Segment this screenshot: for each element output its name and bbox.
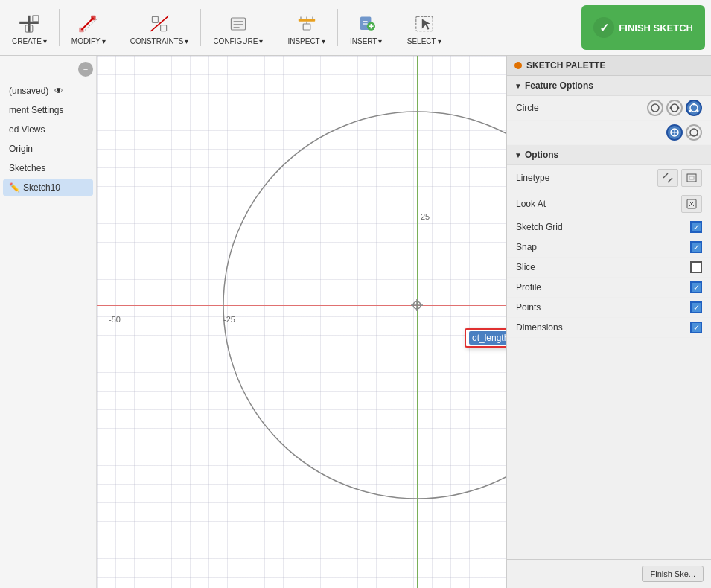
svg-rect-16 xyxy=(298,19,314,21)
sidebar-item-sketches[interactable]: Sketches xyxy=(3,160,93,176)
linetype-label: Linetype xyxy=(516,173,549,183)
panel-finish-sketch-button[interactable]: Finish Ske... xyxy=(642,566,704,582)
svg-rect-12 xyxy=(231,18,245,30)
inspect-menu[interactable]: INSPECT▾ xyxy=(281,7,331,48)
sketch-grid-checkbox[interactable] xyxy=(690,221,702,233)
feature-options-arrow: ▼ xyxy=(514,82,522,90)
divider-6 xyxy=(395,9,395,46)
svg-point-37 xyxy=(677,107,680,109)
svg-line-48 xyxy=(668,178,672,182)
canvas-area[interactable]: 25 -25 -50 fx 🔒 Specify diameter of circ… xyxy=(97,56,506,588)
select-menu[interactable]: SELECT▾ xyxy=(401,7,447,48)
circle-drawing xyxy=(97,56,506,588)
svg-point-39 xyxy=(693,103,695,106)
svg-rect-3 xyxy=(33,15,39,21)
sketch-palette-header: SKETCH PALETTE xyxy=(507,56,711,76)
axis-label-25-left: -25 xyxy=(223,315,235,324)
sidebar-item-env-settings[interactable]: ment Settings xyxy=(3,102,93,118)
insert-menu[interactable]: INSERT▾ xyxy=(344,7,389,48)
sidebar-item-named-views[interactable]: ed Views xyxy=(3,121,93,138)
sidebar-item-origin[interactable]: Origin xyxy=(3,141,93,157)
create-menu[interactable]: CREATE ▾ xyxy=(6,7,53,48)
sketch-grid-label: Sketch Grid xyxy=(516,222,563,232)
dimensions-checkbox[interactable] xyxy=(690,322,702,333)
linetype-btn-2[interactable] xyxy=(681,169,702,187)
svg-point-36 xyxy=(670,107,672,109)
panel-footer: Finish Ske... xyxy=(507,559,711,588)
circle-3pt-option[interactable] xyxy=(686,100,702,116)
slice-checkbox[interactable] xyxy=(690,261,702,273)
finish-sketch-button[interactable]: ✓ FINISH SKETCH xyxy=(581,5,705,50)
axis-label-25-top: 25 xyxy=(421,212,430,221)
divider-1 xyxy=(59,9,60,46)
modify-icon xyxy=(74,10,103,37)
main-toolbar: CREATE ▾ MODIFY▾ xyxy=(0,0,711,56)
look-at-button[interactable] xyxy=(681,195,702,213)
divider-5 xyxy=(337,9,338,46)
svg-rect-20 xyxy=(303,24,310,30)
slice-row: Slice xyxy=(507,258,711,278)
snap-label: Snap xyxy=(516,242,537,252)
sketch-grid-row: Sketch Grid xyxy=(507,217,711,237)
circle-2pt-option[interactable] xyxy=(666,100,683,116)
sidebar-item-unsaved[interactable]: (unsaved) 👁 xyxy=(3,83,93,99)
finish-check-icon: ✓ xyxy=(593,17,614,38)
profile-checkbox[interactable] xyxy=(690,281,702,293)
svg-rect-50 xyxy=(689,176,694,179)
insert-label: INSERT▾ xyxy=(350,37,383,45)
circle-inscribed-option[interactable] xyxy=(666,124,683,141)
circle-tan-option[interactable] xyxy=(686,124,702,141)
circle-label: Circle xyxy=(516,103,539,113)
look-at-label: Look At xyxy=(516,199,546,209)
snap-row: Snap xyxy=(507,237,711,258)
svg-rect-10 xyxy=(161,25,167,31)
points-checkbox[interactable] xyxy=(690,301,702,313)
linetype-row: Linetype xyxy=(507,165,711,191)
configure-icon xyxy=(223,10,253,37)
constraints-icon xyxy=(144,10,174,37)
circle-center-option[interactable] xyxy=(647,100,663,116)
profile-row: Profile xyxy=(507,278,711,298)
linetype-icons xyxy=(657,169,702,187)
vertical-axis-line xyxy=(417,56,418,588)
collapse-button[interactable]: − xyxy=(78,62,93,77)
configure-label: CONFIGURE▾ xyxy=(213,37,263,45)
divider-3 xyxy=(200,9,201,46)
diameter-input-overlay: fx 🔒 xyxy=(465,328,506,348)
points-label: Points xyxy=(516,302,541,313)
divider-4 xyxy=(275,9,275,46)
feature-options-section[interactable]: ▼ Feature Options xyxy=(507,76,711,96)
axis-label-50-left: -50 xyxy=(109,315,121,324)
configure-menu[interactable]: CONFIGURE▾ xyxy=(207,7,269,48)
diameter-input[interactable] xyxy=(469,331,506,345)
main-content: − (unsaved) 👁 ment Settings ed Views Ori… xyxy=(0,56,711,588)
svg-point-41 xyxy=(697,110,699,112)
sketch-palette: SKETCH PALETTE ▼ Feature Options Circle xyxy=(506,56,711,588)
circle-option-row-2 xyxy=(507,121,711,145)
horizontal-axis-line xyxy=(97,305,506,306)
modify-menu[interactable]: MODIFY▾ xyxy=(66,7,112,48)
svg-point-40 xyxy=(689,110,692,112)
linetype-btn-1[interactable] xyxy=(657,169,678,187)
constraints-menu[interactable]: CONSTRAINTS▾ xyxy=(124,7,195,48)
circle-option-row: Circle xyxy=(507,96,711,121)
circle-type-icons xyxy=(647,100,702,116)
svg-line-47 xyxy=(663,173,668,178)
look-at-row: Look At xyxy=(507,191,711,217)
options-section[interactable]: ▼ Options xyxy=(507,145,711,165)
svg-rect-5 xyxy=(91,15,95,19)
insert-icon xyxy=(351,10,381,37)
divider-2 xyxy=(118,9,118,46)
sidebar-item-sketch10[interactable]: ✏️ Sketch10 xyxy=(3,179,93,196)
profile-label: Profile xyxy=(516,282,541,293)
camera-icon: 👁 xyxy=(54,86,63,96)
modify-label: MODIFY▾ xyxy=(71,37,106,45)
options-arrow: ▼ xyxy=(514,151,522,159)
svg-marker-29 xyxy=(421,19,430,29)
create-label: CREATE ▾ xyxy=(12,37,47,45)
snap-checkbox[interactable] xyxy=(690,241,702,253)
svg-line-11 xyxy=(150,15,169,31)
dimensions-row: Dimensions xyxy=(507,318,711,338)
select-label: SELECT▾ xyxy=(407,37,441,45)
svg-point-34 xyxy=(651,104,659,112)
